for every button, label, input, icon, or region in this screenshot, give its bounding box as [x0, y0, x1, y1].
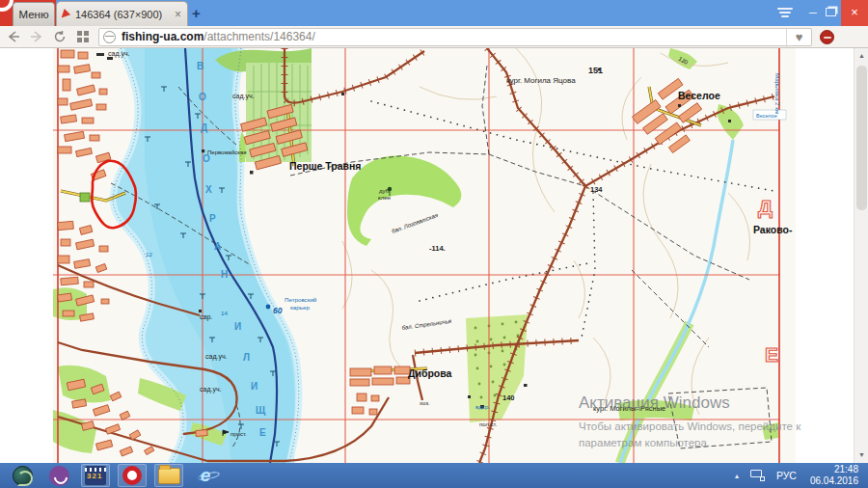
viber-icon — [49, 466, 69, 486]
svg-text:дуб: дуб — [379, 188, 390, 194]
tab-active[interactable]: 146364 (637×900) × — [56, 1, 188, 26]
svg-text:Марьевка 2 км: Марьевка 2 км — [774, 73, 781, 114]
site-globe-icon — [103, 31, 116, 43]
system-tray: ▴ РУС 21:48 06.04.2016 — [735, 463, 862, 488]
svg-text:Диброва: Диброва — [408, 367, 452, 379]
map-image: сад.уч. сад.уч. Перше Травня Первомайска… — [53, 48, 796, 463]
svg-text:сад.уч.: сад.уч. — [232, 93, 255, 100]
back-icon[interactable] — [4, 28, 23, 45]
svg-text:клен: клен — [378, 195, 391, 201]
vertical-scrollbar[interactable]: ▲ ▼ — [854, 48, 868, 463]
svg-text:140: 140 — [502, 393, 515, 402]
titlebar: Меню 146364 (637×900) × + – × — [0, 0, 868, 26]
svg-text:Перше Травня: Перше Травня — [289, 160, 362, 172]
svg-text:сад.уч.: сад.уч. — [108, 50, 130, 58]
svg-text:Д: Д — [201, 122, 207, 133]
url-path: /attachments/146364/ — [203, 30, 314, 43]
svg-text:пол.ст.: пол.ст. — [479, 421, 498, 427]
extension-badge-icon[interactable] — [820, 30, 834, 44]
tray-time: 21:48 — [834, 464, 858, 474]
url-host: fishing-ua.com — [122, 30, 203, 43]
tab-menu-icon[interactable] — [777, 8, 793, 18]
svg-text:сад.уч.: сад.уч. — [200, 386, 222, 393]
svg-text:О: О — [203, 153, 210, 164]
language-indicator[interactable]: РУС — [776, 470, 797, 481]
svg-text:Д: Д — [758, 196, 773, 218]
folder-icon — [158, 468, 180, 484]
taskbar-item-media-player[interactable]: 321 — [81, 464, 110, 487]
svg-text:кург. Могила Яцова: кург. Могила Яцова — [506, 76, 576, 85]
reload-icon[interactable] — [50, 28, 69, 45]
svg-text:хоз.: хоз. — [420, 400, 430, 406]
browser-toolbar: fishing-ua.com /attachments/146364/ ♥ — [0, 26, 868, 48]
clock[interactable]: 21:48 06.04.2016 — [810, 464, 858, 488]
close-button[interactable]: × — [841, 0, 868, 26]
tab-favicon-icon — [62, 9, 72, 20]
svg-text:сар.: сар. — [200, 313, 212, 321]
svg-text:Веселое: Веселое — [756, 113, 777, 119]
svg-text:Первомайская: Первомайская — [207, 149, 247, 155]
svg-text:Л: Л — [243, 352, 250, 363]
svg-text:И: И — [251, 381, 258, 392]
tab-title: 146364 (637×900) — [75, 9, 171, 20]
tray-date: 06.04.2016 — [810, 475, 858, 486]
svg-text:А: А — [214, 241, 221, 252]
scroll-up-icon[interactable]: ▲ — [854, 48, 868, 64]
svg-text:вдхр.: вдхр. — [475, 403, 490, 410]
svg-text:151: 151 — [588, 66, 603, 75]
svg-text:60: 60 — [273, 306, 283, 315]
svg-text:И: И — [234, 321, 241, 332]
opera-logo-icon — [0, 0, 14, 12]
taskbar: 321 e ▴ РУС 21:48 06.04.2016 — [0, 463, 868, 488]
taskbar-item-opera[interactable] — [118, 464, 147, 487]
svg-text:Петровский: Петровский — [285, 296, 317, 303]
k-lite-icon: 321 — [85, 466, 106, 485]
svg-text:Х: Х — [205, 184, 212, 195]
taskbar-item-viber[interactable] — [44, 464, 73, 487]
svg-text:прист.: прист. — [231, 431, 247, 437]
tab-close-icon[interactable]: × — [175, 8, 181, 21]
svg-text:Веселое: Веселое — [678, 90, 720, 101]
network-icon[interactable] — [750, 470, 765, 481]
forward-icon[interactable] — [27, 28, 46, 45]
svg-text:В: В — [197, 61, 203, 71]
svg-text:Н: Н — [221, 269, 228, 280]
internet-explorer-icon: e — [201, 465, 211, 486]
svg-text:Щ: Щ — [256, 405, 266, 416]
shell-icon — [13, 466, 33, 486]
svg-text:Р: Р — [209, 213, 216, 224]
taskbar-item-internet-explorer[interactable]: e — [191, 464, 220, 487]
classic-shell-start-button[interactable] — [8, 464, 37, 487]
hidden-icons-arrow[interactable]: ▴ — [735, 472, 739, 480]
taskbar-item-file-explorer[interactable] — [154, 464, 183, 487]
scrollbar-thumb[interactable] — [856, 66, 867, 210]
svg-text:134: 134 — [590, 185, 603, 194]
minimize-button[interactable]: – — [802, 0, 824, 26]
restore-icon[interactable] — [826, 8, 836, 16]
page-content: сад.уч. сад.уч. Перше Травня Первомайска… — [0, 48, 868, 463]
svg-text:О: О — [199, 92, 206, 102]
browser-window: Меню 146364 (637×900) × + – × fishing-ua… — [0, 0, 868, 488]
svg-text:кург. Могилы- Рясные: кург. Могилы- Рясные — [593, 404, 665, 413]
svg-text:12: 12 — [146, 251, 152, 258]
browser-menu-button[interactable]: Меню — [13, 2, 55, 26]
address-bar[interactable]: fishing-ua.com /attachments/146364/ ♥ — [98, 28, 812, 46]
scroll-down-icon[interactable]: ▼ — [854, 447, 868, 463]
svg-text:-114.: -114. — [429, 244, 446, 253]
svg-text:Раково-: Раково- — [753, 224, 793, 235]
opera-icon — [122, 466, 142, 485]
svg-text:сад.уч.: сад.уч. — [205, 353, 228, 361]
bookmark-heart-icon[interactable]: ♥ — [786, 29, 811, 47]
svg-text:Е: Е — [259, 427, 266, 438]
speed-dial-icon[interactable] — [73, 28, 93, 45]
svg-text:карьер: карьер — [290, 304, 310, 311]
new-tab-button[interactable]: + — [192, 5, 201, 21]
svg-text:Е: Е — [765, 343, 778, 366]
svg-text:14: 14 — [221, 310, 228, 316]
